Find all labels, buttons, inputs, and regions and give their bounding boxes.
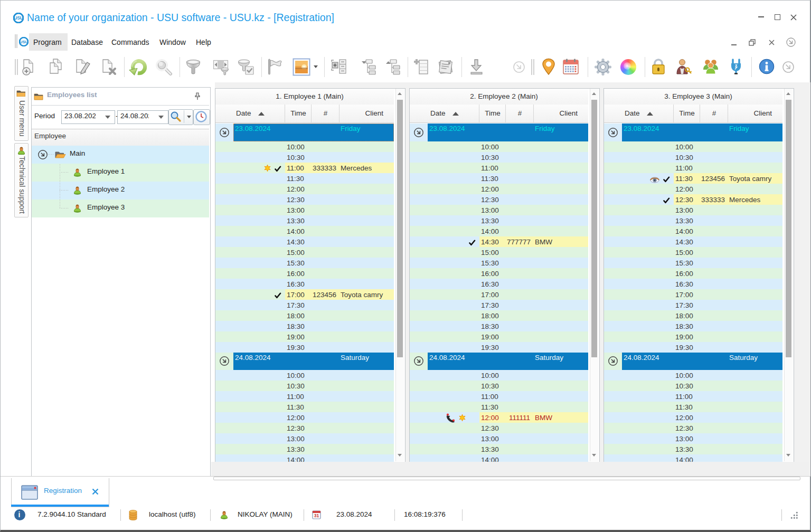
- svg-text:USU: USU: [14, 15, 23, 21]
- svg-text:USU: USU: [20, 40, 29, 44]
- svg-text:31: 31: [314, 513, 319, 518]
